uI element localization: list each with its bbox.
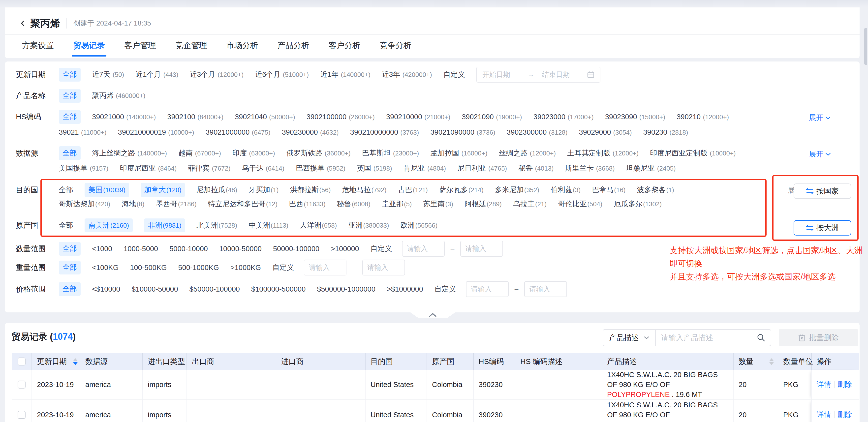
filter-option[interactable]: 墨西哥(2186) (156, 199, 196, 209)
filter-option[interactable]: 波多黎各(1) (637, 185, 674, 195)
filter-option[interactable]: 390210(12000+) (677, 113, 729, 121)
sort-asc-icon[interactable] (769, 358, 774, 361)
filter-option[interactable]: 俄罗斯铁路(36000+) (286, 148, 351, 158)
filter-option[interactable]: $50000-100000 (189, 285, 240, 293)
price-min-input[interactable] (471, 285, 504, 293)
end-date-input[interactable] (542, 71, 579, 78)
filter-option[interactable]: 萨尔瓦多(214) (439, 185, 484, 195)
filter-option[interactable]: 近3年(420000+) (382, 70, 432, 79)
filter-option[interactable]: 10000-50000 (219, 245, 261, 253)
start-date-input[interactable] (483, 71, 520, 78)
filter-option[interactable]: 英国(5198) (357, 163, 392, 173)
back-icon[interactable]: ‹ (21, 16, 25, 29)
sort-control[interactable] (73, 358, 78, 365)
search-field-select[interactable]: 产品描述 (603, 330, 656, 346)
filter-option[interactable]: 哥斯达黎加(420) (59, 199, 111, 209)
filter-option[interactable]: 秘鲁(6008) (337, 199, 371, 209)
filter-option[interactable]: 斯里兰卡(3668) (565, 163, 615, 173)
filter-option[interactable]: 390230(2818) (643, 128, 688, 136)
filter-option[interactable]: 牙买加(1) (249, 185, 279, 195)
filter-option[interactable]: 390210000019(10000+) (118, 128, 194, 136)
filter-option[interactable]: 50000-100000 (273, 245, 319, 253)
filter-option[interactable]: 尼日利亚(4765) (457, 163, 507, 173)
filter-option[interactable]: 阿根廷(289) (465, 199, 502, 209)
filter-option[interactable]: 北美洲(7528) (196, 220, 237, 230)
filter-option[interactable]: 500-1000KG (178, 264, 219, 272)
filter-option-selected[interactable]: 全部 (59, 261, 81, 274)
filter-option[interactable]: 哥伦比亚(504) (558, 199, 602, 209)
filter-option-selected[interactable]: 美国(10039) (85, 183, 129, 197)
filter-option-selected[interactable]: 全部 (59, 242, 81, 256)
filter-option[interactable]: 近6个月(51000+) (255, 70, 309, 79)
sort-asc-icon[interactable] (73, 358, 78, 361)
filter-option[interactable]: 5000-10000 (169, 245, 208, 253)
filter-option-selected[interactable]: 全部 (59, 282, 81, 296)
filter-option[interactable]: 特立尼达和多巴哥(12) (208, 199, 278, 209)
filter-option[interactable]: 近7天(50) (92, 70, 124, 79)
filter-option[interactable]: 多米尼加(352) (495, 185, 539, 195)
tab-产品分析[interactable]: 产品分析 (276, 40, 311, 57)
filter-option[interactable]: 39023090(15000+) (605, 113, 665, 121)
filter-option[interactable]: 古巴(121) (398, 185, 428, 195)
filter-option[interactable]: 39021090(19000+) (462, 113, 522, 121)
filter-option[interactable]: <100KG (92, 264, 119, 272)
row-checkbox[interactable] (18, 381, 26, 389)
filter-option[interactable]: 3902100(84000+) (167, 113, 223, 121)
filter-option[interactable]: 1000-5000 (124, 245, 158, 253)
filter-option[interactable]: $100000-500000 (251, 285, 306, 293)
filter-option-selected[interactable]: 非洲(9881) (144, 219, 185, 232)
filter-option[interactable]: 印度尼西亚定制版(10000+) (650, 148, 736, 158)
sort-control[interactable] (769, 358, 774, 365)
price-max-input-box[interactable] (524, 281, 567, 297)
hs-expand-link[interactable]: 展开 (809, 113, 831, 123)
sort-desc-icon[interactable] (73, 362, 78, 365)
filter-option[interactable]: >100000 (331, 245, 359, 253)
filter-option[interactable]: <$10000 (92, 285, 120, 293)
filter-option-selected[interactable]: 全部 (59, 89, 81, 103)
filter-option[interactable]: 自定义 (443, 70, 465, 79)
filter-option[interactable]: 秘鲁(4013) (518, 163, 554, 173)
filter-option[interactable]: 390210000000(3763) (350, 128, 419, 136)
sort-desc-icon[interactable] (769, 362, 774, 365)
weight-min-input-box[interactable] (304, 260, 346, 275)
filter-option[interactable]: 中美洲(1113) (248, 220, 288, 230)
filter-option[interactable]: 圭亚那(5) (382, 199, 412, 209)
filter-option[interactable]: 39021090000(3736) (430, 128, 495, 136)
quantity-max-input-box[interactable] (460, 241, 503, 257)
filter-option[interactable]: 39021040(50000+) (235, 113, 295, 121)
filter-option[interactable]: 近1个月(443) (135, 70, 178, 79)
filter-option[interactable]: 100-500KG (130, 264, 167, 272)
filter-option[interactable]: 乌干达(6414) (242, 163, 284, 173)
filter-option[interactable]: >1000KG (230, 264, 261, 272)
quantity-min-input-box[interactable] (402, 241, 445, 257)
filter-option[interactable]: 390210000(21000+) (386, 113, 451, 121)
price-max-input[interactable] (529, 285, 562, 293)
filter-option[interactable]: 美国提单(9157) (59, 163, 108, 173)
action-link-详情[interactable]: 详情 (817, 411, 831, 419)
filter-option[interactable]: 自定义 (272, 263, 294, 272)
filter-option[interactable]: 巴基斯坦(23000+) (362, 148, 419, 158)
filter-option[interactable]: 3902100000(26000+) (307, 113, 375, 121)
row-checkbox[interactable] (18, 411, 26, 419)
filter-option[interactable]: 巴西(11633) (289, 199, 326, 209)
filter-option[interactable]: 欧洲(56566) (401, 220, 438, 230)
filter-option[interactable]: 坦桑尼亚(2405) (626, 163, 676, 173)
filter-option[interactable]: 海地(8) (122, 199, 145, 209)
filter-option[interactable]: 39021000(140000+) (92, 113, 156, 121)
filter-option[interactable]: 自定义 (434, 284, 456, 294)
filter-option[interactable]: 伯利兹(3) (551, 185, 581, 195)
filter-option[interactable]: 丝绸之路(12000+) (499, 148, 556, 158)
filter-option-selected[interactable]: 加拿大(120) (141, 183, 185, 197)
filter-option-selected[interactable]: 全部 (59, 146, 81, 160)
date-range-picker[interactable]: → (476, 67, 600, 83)
switch-by-country-button[interactable]: 按国家 (794, 184, 851, 199)
price-min-input-box[interactable] (466, 281, 509, 297)
search-input[interactable] (661, 333, 757, 342)
filter-option[interactable]: 印度尼西亚(8464) (120, 163, 177, 173)
tab-客户分析[interactable]: 客户分析 (327, 40, 362, 57)
filter-option[interactable]: 全部 (59, 220, 73, 230)
filter-option[interactable]: $10000-50000 (132, 285, 178, 293)
filter-option[interactable]: 肯尼亚(4804) (403, 163, 446, 173)
filter-option[interactable]: 近3个月(12000+) (190, 70, 244, 79)
filter-option[interactable]: 厄瓜多尔(1302) (614, 199, 662, 209)
